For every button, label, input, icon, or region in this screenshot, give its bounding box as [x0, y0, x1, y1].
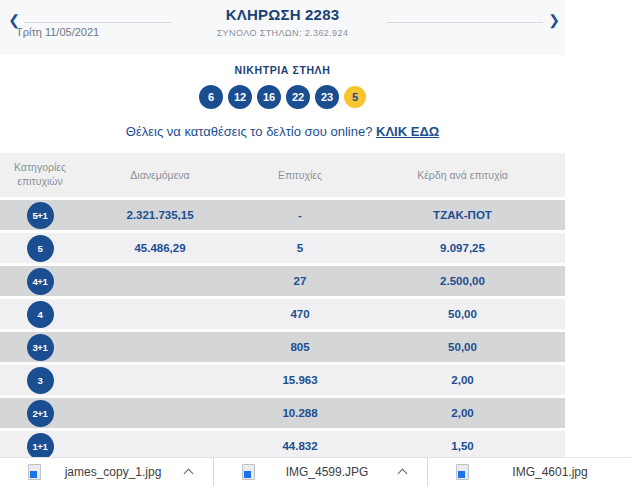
click-here-link[interactable]: ΚΛΙΚ ΕΔΩ: [376, 124, 439, 139]
table-header-row: Κατηγορίες επιτυχιών Διανεμόμενα Επιτυχί…: [0, 153, 565, 197]
table-row: 5+1 2.321.735,15 - ΤΖΑΚ-ΠΟΤ: [0, 200, 565, 230]
wins-cell: -: [240, 209, 360, 221]
category-badge: 5: [27, 235, 54, 262]
prize-cell: 50,00: [360, 308, 565, 320]
wins-cell: 470: [240, 308, 360, 320]
prize-cell: 50,00: [360, 341, 565, 353]
winning-column-label: ΝΙΚΗΤΡΙΑ ΣΤΗΛΗ: [0, 64, 565, 76]
winning-number-ball: 6: [199, 85, 223, 109]
table-row: 4+1 27 2.500,00: [0, 266, 565, 296]
image-file-icon: [456, 464, 469, 480]
prize-cell: 2.500,00: [360, 275, 565, 287]
category-badge: 3: [27, 367, 54, 394]
online-deposit-line: Θέλεις να καταθέσεις το δελτίο σου onlin…: [0, 124, 565, 139]
draw-date: Τρίτη 11/05/2021: [16, 26, 99, 38]
download-item[interactable]: IMG_4599.JPG: [214, 458, 428, 486]
column-header-distributed: Διανεμόμενα: [80, 169, 240, 181]
wins-cell: 27: [240, 275, 360, 287]
wins-cell: 15.963: [240, 374, 360, 386]
column-header-category: Κατηγορίες επιτυχιών: [0, 161, 80, 188]
download-filename: IMG_4601.jpg: [469, 465, 631, 479]
image-file-icon: [242, 464, 255, 480]
winning-number-ball: 16: [257, 85, 281, 109]
category-badge: 1+1: [27, 433, 54, 460]
browser-downloads-bar: james_copy_1.jpg IMG_4599.JPG IMG_4601.j…: [0, 457, 631, 486]
draw-header: ❮ ΚΛΗΡΩΣΗ 2283 ΣΥΝΟΛΟ ΣΤΗΛΩΝ: 2.362.924 …: [0, 0, 565, 55]
chevron-up-icon[interactable]: [185, 468, 193, 476]
prize-cell: ΤΖΑΚ-ΠΟΤ: [360, 209, 565, 221]
download-filename: james_copy_1.jpg: [41, 465, 185, 479]
bonus-number-ball: 5: [344, 86, 366, 108]
table-row: 3 15.963 2,00: [0, 365, 565, 395]
category-badge: 4+1: [27, 268, 54, 295]
image-file-icon: [28, 464, 41, 480]
wins-cell: 10.288: [240, 407, 360, 419]
winning-number-ball: 22: [286, 85, 310, 109]
winning-number-ball: 23: [315, 85, 339, 109]
winning-numbers: 6 12 16 22 23 5: [0, 85, 565, 109]
table-row: 5 45.486,29 5 9.097,25: [0, 233, 565, 263]
category-badge: 2+1: [27, 400, 54, 427]
chevron-up-icon[interactable]: [399, 468, 407, 476]
column-header-prize: Κέρδη ανά επιτυχία: [360, 169, 565, 181]
divider: [24, 22, 172, 23]
prize-table: Κατηγορίες επιτυχιών Διανεμόμενα Επιτυχί…: [0, 153, 565, 461]
table-row: 3+1 805 50,00: [0, 332, 565, 362]
category-badge: 3+1: [27, 334, 54, 361]
download-item[interactable]: james_copy_1.jpg: [0, 458, 214, 486]
download-item[interactable]: IMG_4601.jpg: [428, 458, 631, 486]
prize-cell: 2,00: [360, 374, 565, 386]
category-badge: 5+1: [27, 202, 54, 229]
category-badge: 4: [27, 301, 54, 328]
distributed-cell: 45.486,29: [80, 242, 240, 254]
table-row: 2+1 10.288 2,00: [0, 398, 565, 428]
wins-cell: 5: [240, 242, 360, 254]
online-deposit-text: Θέλεις να καταθέσεις το δελτίο σου onlin…: [126, 124, 373, 139]
column-header-wins: Επιτυχίες: [240, 169, 360, 181]
divider: [387, 22, 543, 23]
prize-cell: 9.097,25: [360, 242, 565, 254]
prize-cell: 2,00: [360, 407, 565, 419]
distributed-cell: 2.321.735,15: [80, 209, 240, 221]
wins-cell: 44.832: [240, 440, 360, 452]
table-row: 4 470 50,00: [0, 299, 565, 329]
prize-cell: 1,50: [360, 440, 565, 452]
chevron-right-icon[interactable]: ❯: [545, 11, 563, 29]
download-filename: IMG_4599.JPG: [255, 465, 399, 479]
draw-results-page: ❮ ΚΛΗΡΩΣΗ 2283 ΣΥΝΟΛΟ ΣΤΗΛΩΝ: 2.362.924 …: [0, 0, 565, 461]
wins-cell: 805: [240, 341, 360, 353]
winning-number-ball: 12: [228, 85, 252, 109]
draw-title: ΚΛΗΡΩΣΗ 2283: [0, 0, 565, 23]
